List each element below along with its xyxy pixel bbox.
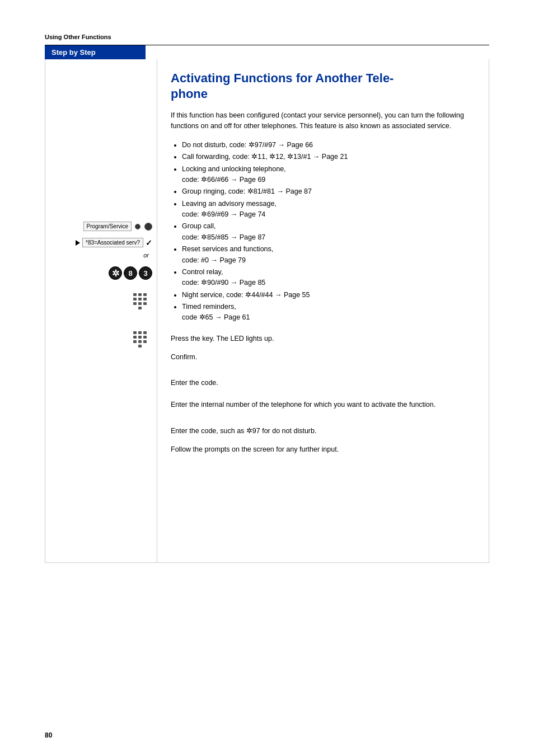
- svg-rect-11: [138, 331, 142, 334]
- led-indicator-2: [144, 223, 152, 231]
- section-label: Using Other Functions: [45, 34, 489, 40]
- step-5-desc: Enter the code, such as ✲97 for do not d…: [171, 426, 475, 436]
- program-service-key: Program/Service: [83, 222, 132, 231]
- svg-rect-1: [138, 293, 142, 296]
- step-1-desc: Press the key. The LED lights up.: [171, 334, 475, 344]
- list-item: Group ringing, code: ✲81/#81 → Page 87: [182, 186, 475, 197]
- step-3-desc: Enter the code.: [171, 378, 475, 388]
- left-column: Program/Service *83=Associated serv? ✓ o…: [45, 59, 157, 562]
- list-item: Reset services and functions,code: #0 → …: [182, 244, 475, 266]
- list-item: Do not disturb, code: ✲97/#97 → Page 66: [182, 140, 475, 151]
- star-button: ✲: [109, 266, 122, 280]
- or-label: or: [50, 252, 152, 259]
- list-item: Night service, code: ✲44/#44 → Page 55: [182, 290, 475, 300]
- right-column: Activating Functions for Another Tele- p…: [157, 59, 489, 562]
- list-item: Timed reminders,code ✲65 → Page 61: [182, 302, 475, 323]
- svg-rect-19: [138, 345, 142, 348]
- step-6-desc: Follow the prompts on the screen for any…: [171, 444, 475, 455]
- content-area: Program/Service *83=Associated serv? ✓ o…: [45, 59, 489, 563]
- page: Using Other Functions Step by Step Progr…: [0, 0, 534, 756]
- svg-rect-2: [143, 293, 147, 296]
- intro-text: If this function has been configured (co…: [171, 110, 475, 132]
- svg-rect-9: [138, 307, 142, 309]
- assoc-key: *83=Associated serv?: [82, 238, 143, 247]
- svg-rect-4: [138, 298, 142, 300]
- keypad-icon-1: [132, 292, 148, 310]
- svg-rect-12: [143, 331, 147, 334]
- list-item: Control relay,code: ✲90/#90 → Page 85: [182, 267, 475, 289]
- code-buttons: ✲ 8 3: [109, 266, 152, 280]
- svg-rect-8: [143, 302, 147, 305]
- svg-rect-13: [133, 336, 137, 339]
- list-item: Locking and unlocking telephone,code: ✲6…: [182, 164, 475, 186]
- list-item: Call forwarding, code: ✲11, ✲12, ✲13/#1 …: [182, 152, 475, 162]
- step-2-desc: Confirm.: [171, 352, 475, 363]
- assoc-key-row: *83=Associated serv? ✓: [50, 238, 152, 247]
- svg-rect-16: [133, 340, 137, 343]
- led-indicator-1: [135, 224, 140, 229]
- step-by-step-header: Step by Step: [45, 45, 146, 59]
- svg-rect-10: [133, 331, 137, 334]
- three-button: 3: [139, 266, 152, 280]
- svg-rect-18: [143, 340, 147, 343]
- arrow-icon: [76, 240, 80, 246]
- svg-rect-0: [133, 293, 137, 296]
- feature-list: Do not disturb, code: ✲97/#97 → Page 66 …: [171, 140, 475, 323]
- eight-button: 8: [124, 266, 137, 280]
- svg-rect-17: [138, 340, 142, 343]
- list-item: Group call,code: ✲85/#85 → Page 87: [182, 221, 475, 243]
- keypad-icon-2: [132, 330, 148, 348]
- svg-rect-14: [138, 336, 142, 339]
- svg-rect-5: [143, 298, 147, 300]
- page-title: Activating Functions for Another Tele- p…: [171, 71, 475, 101]
- step-4-desc: Enter the internal number of the telepho…: [171, 400, 475, 410]
- svg-rect-3: [133, 298, 137, 300]
- list-item: Leaving an advisory message,code: ✲69/#6…: [182, 199, 475, 220]
- svg-rect-15: [143, 336, 147, 339]
- check-icon: ✓: [146, 238, 152, 247]
- page-number: 80: [45, 731, 52, 739]
- step-descriptions: Press the key. The LED lights up. Confir…: [171, 334, 475, 455]
- svg-rect-7: [138, 302, 142, 305]
- svg-rect-6: [133, 302, 137, 305]
